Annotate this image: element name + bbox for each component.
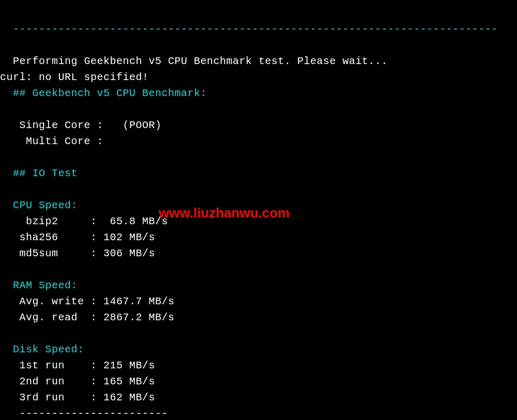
geekbench-header: ## Geekbench v5 CPU Benchmark:	[0, 87, 207, 99]
bzip2-label: bzip2 :	[0, 215, 103, 227]
single-core-label: Single Core :	[0, 119, 110, 131]
curl-error: curl: no URL specified!	[0, 71, 149, 83]
disk-2nd-label: 2nd run :	[0, 376, 103, 387]
multi-core-label: Multi Core :	[0, 135, 110, 147]
disk-speed-header: Disk Speed:	[0, 344, 84, 355]
io-test-header: ## IO Test	[0, 167, 78, 179]
separator-line: ----------------------------------------…	[0, 23, 498, 35]
single-core-value: (POOR)	[110, 119, 162, 131]
disk-divider: -----------------------	[0, 408, 168, 419]
sha256-label: sha256 :	[0, 231, 103, 243]
ram-write-label: Avg. write :	[0, 295, 103, 307]
watermark-text: www.liuzhanwu.com	[159, 203, 290, 223]
md5sum-label: md5sum :	[0, 247, 103, 259]
ram-read-label: Avg. read :	[0, 312, 103, 323]
disk-3rd-label: 3rd run :	[0, 392, 103, 403]
disk-3rd-value: 162 MB/s	[103, 392, 155, 403]
cpu-speed-header: CPU Speed:	[0, 199, 78, 211]
sha256-value: 102 MB/s	[103, 231, 155, 243]
md5sum-value: 306 MB/s	[103, 247, 155, 259]
disk-2nd-value: 165 MB/s	[103, 376, 155, 387]
disk-1st-value: 215 MB/s	[103, 360, 155, 371]
disk-1st-label: 1st run :	[0, 360, 103, 371]
ram-write-value: 1467.7 MB/s	[103, 295, 175, 307]
ram-read-value: 2867.2 MB/s	[103, 312, 175, 323]
ram-speed-header: RAM Speed:	[0, 279, 78, 291]
performing-text: Performing Geekbench v5 CPU Benchmark te…	[0, 55, 388, 67]
